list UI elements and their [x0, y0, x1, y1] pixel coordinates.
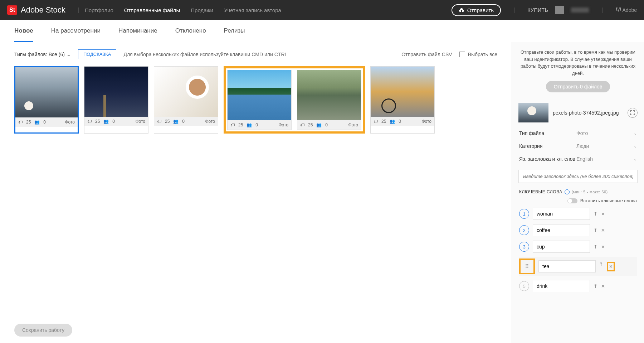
keywords-header: КЛЮЧЕВЫЕ СЛОВА i (мин: 5 - макс: 50) — [512, 187, 644, 197]
keyword-input[interactable] — [533, 224, 590, 236]
thumbnail-grid: 🏷25 👥0 Фото 🏷25 👥0 Фото 🏷25 👥0 Ф — [14, 66, 497, 134]
tab-review[interactable]: На рассмотрении — [51, 27, 101, 42]
tip-text: Для выбора нескольких файлов используйте… — [123, 52, 287, 57]
move-top-icon[interactable]: ⤒ — [594, 228, 597, 233]
tag-icon: 🏷 — [18, 120, 23, 125]
remove-highlight: ✕ — [607, 262, 615, 271]
tab-reminder[interactable]: Напоминание — [118, 27, 157, 42]
brand: Adobe Stock — [21, 5, 65, 15]
nav-sales[interactable]: Продажи — [191, 7, 213, 13]
sidebar: Отправьте свои работы, в то время как мы… — [512, 42, 644, 343]
keyword-input[interactable] — [533, 208, 590, 220]
notice-text: Отправьте свои работы, в то время как мы… — [520, 49, 636, 77]
tab-new[interactable]: Новое — [14, 27, 33, 42]
tip-button[interactable]: ПОДСКАЗКА — [78, 49, 117, 59]
upload-button[interactable]: Отправить — [452, 4, 501, 16]
content: Типы файлов: Все (6) ⌄ ПОДСКАЗКА Для выб… — [0, 42, 512, 343]
thumbnail[interactable]: 🏷25 👥0 Фото — [297, 70, 361, 130]
remove-icon[interactable]: ✕ — [609, 264, 613, 269]
nav-uploads[interactable]: Отправленные файлы — [124, 7, 180, 13]
people-icon: 👥 — [247, 122, 252, 127]
keyword-row: 2 ⤒ ✕ — [519, 224, 637, 236]
nav-account[interactable]: Учетная запись автора — [224, 7, 281, 13]
tag-icon: 🏷 — [230, 122, 235, 127]
thumbnail[interactable]: 🏷25 👥0 Фото — [227, 70, 292, 130]
file-types-dropdown[interactable]: Типы файлов: Все (6) ⌄ — [14, 52, 71, 57]
chevron-down-icon: ⌄ — [634, 157, 637, 161]
tabs-bar: Новое На рассмотрении Напоминание Отклон… — [0, 20, 644, 42]
prop-language[interactable]: Яз. заголовка и кл. слов English ⌄ — [512, 153, 644, 165]
checkbox-icon — [459, 52, 465, 57]
remove-icon[interactable]: ✕ — [601, 244, 605, 250]
remove-icon[interactable]: ✕ — [601, 211, 605, 217]
nav-links: Портфолио Отправленные файлы Продажи Уче… — [85, 7, 281, 13]
thumbnail[interactable]: 🏷25 👥0 Фото — [14, 66, 79, 134]
people-icon: 👥 — [103, 119, 109, 124]
tab-declined[interactable]: Отклонено — [175, 27, 206, 42]
filename: pexels-photo-374592.jpeg.jpg — [553, 110, 623, 116]
send-csv-link[interactable]: Отправить файл CSV — [401, 52, 452, 57]
divider: | — [513, 7, 515, 13]
thumbnail-image — [371, 67, 434, 117]
thumbnail[interactable]: 🏷25 👥0 Фото — [370, 66, 435, 134]
thumbnail-meta: 🏷25 👥0 Фото — [154, 117, 218, 126]
notice: Отправьте свои работы, в то время как мы… — [512, 42, 644, 99]
thumbnail[interactable]: 🏷25 👥0 Фото — [84, 66, 148, 134]
adobe-icon — [616, 8, 621, 13]
remove-icon[interactable]: ✕ — [601, 284, 605, 289]
expand-icon — [630, 110, 635, 115]
toolbar: Типы файлов: Все (6) ⌄ ПОДСКАЗКА Для выб… — [14, 49, 497, 59]
info-icon[interactable]: i — [565, 189, 570, 194]
thumbnail-meta: 🏷25 👥0 Фото — [371, 117, 434, 126]
remove-icon[interactable]: ✕ — [601, 228, 605, 233]
save-button[interactable]: Сохранить работу — [14, 324, 72, 337]
keyword-input[interactable] — [533, 241, 590, 253]
keyword-num: 5 — [519, 281, 529, 291]
expand-button[interactable] — [628, 108, 638, 118]
upload-button-label: Отправить — [467, 7, 494, 13]
keyword-row: 5 ⤒ ✕ — [519, 280, 637, 292]
buy-link[interactable]: КУПИТЬ — [527, 7, 548, 13]
paste-toggle[interactable] — [567, 198, 577, 203]
avatar[interactable] — [555, 6, 564, 14]
title-input[interactable] — [518, 170, 638, 183]
send-files-button[interactable]: Отправить 0 файлов — [546, 81, 610, 92]
select-all[interactable]: Выбрать все — [459, 52, 497, 57]
move-top-icon[interactable]: ⤒ — [594, 211, 597, 217]
thumbnail-image — [84, 67, 148, 117]
keyword-num: 1 — [519, 209, 529, 219]
move-top-icon[interactable]: ⤒ — [594, 244, 597, 250]
thumbnail[interactable]: 🏷25 👥0 Фото — [154, 66, 218, 134]
drag-handle-highlight: ⠿ — [519, 259, 535, 274]
move-top-icon[interactable]: ⤒ — [594, 284, 597, 289]
user-name — [571, 8, 589, 13]
thumbnail-meta: 🏷25 👥0 Фото — [297, 120, 361, 130]
thumbnail-image — [297, 70, 361, 120]
people-icon: 👥 — [34, 120, 40, 125]
thumbnail-meta: 🏷25 👥0 Фото — [84, 117, 148, 126]
nav-portfolio[interactable]: Портфолио — [85, 7, 113, 13]
thumbnail-meta: 🏷25 👥0 Фото — [228, 120, 291, 130]
tag-icon: 🏷 — [374, 119, 378, 124]
highlighted-group: 🏷25 👥0 Фото 🏷25 👥0 Фото — [224, 66, 365, 134]
move-top-icon[interactable]: ⤒ — [599, 262, 603, 271]
paste-keywords-row: Вставить ключевые слова — [512, 197, 644, 208]
logo-badge: St — [7, 5, 17, 15]
prop-file-type[interactable]: Тип файла Фото ⌄ — [512, 127, 644, 140]
people-icon: 👥 — [390, 119, 395, 124]
keyword-row: 1 ⤒ ✕ — [519, 208, 637, 220]
keyword-input[interactable] — [538, 260, 596, 272]
keyword-row: 3 ⤒ ✕ — [519, 241, 637, 253]
divider: | — [78, 7, 79, 13]
adobe-link[interactable]: Adobe — [616, 7, 637, 13]
detail-header: pexels-photo-374592.jpeg.jpg — [512, 99, 644, 127]
tag-icon: 🏷 — [87, 119, 92, 124]
keyword-input[interactable] — [533, 280, 590, 292]
drag-handle-icon[interactable]: ⠿ — [521, 261, 533, 272]
keyword-list: 1 ⤒ ✕ 2 ⤒ ✕ 3 ⤒ ✕ — [512, 208, 644, 296]
prop-category[interactable]: Категория Люди ⌄ — [512, 140, 644, 153]
topbar-right: Отправить | КУПИТЬ | Adobe — [452, 4, 637, 16]
tab-releases[interactable]: Релизы — [224, 27, 245, 42]
divider: | — [601, 7, 603, 13]
people-icon: 👥 — [173, 119, 179, 124]
